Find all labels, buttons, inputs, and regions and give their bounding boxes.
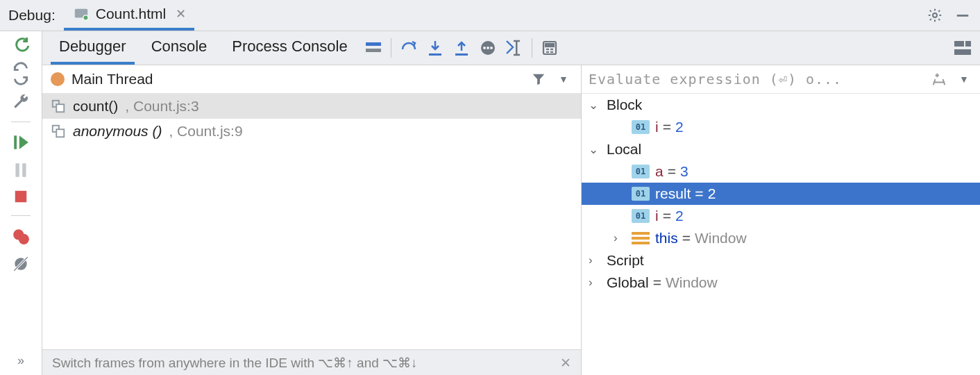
svg-point-18 <box>483 47 486 49</box>
tab-debugger[interactable]: Debugger <box>51 31 135 65</box>
window-header: Debug: Count.html ✕ <box>0 0 980 31</box>
chevron-icon: › <box>589 253 602 267</box>
breakpoints-icon[interactable] <box>12 227 30 245</box>
var-value: 2 <box>708 185 716 202</box>
svg-rect-3 <box>957 15 969 17</box>
chevron-icon: › <box>589 276 602 290</box>
number-badge-icon: 01 <box>632 187 650 201</box>
chevron-down-icon[interactable]: ▼ <box>955 70 973 88</box>
svg-rect-13 <box>366 42 381 46</box>
filter-icon[interactable] <box>530 70 548 88</box>
wrench-icon[interactable] <box>12 92 30 110</box>
step-out-icon[interactable] <box>453 39 471 57</box>
frame-icon <box>51 124 66 139</box>
number-badge-icon: 01 <box>632 120 650 134</box>
var-value: 3 <box>680 163 688 180</box>
threads-icon[interactable] <box>364 39 382 57</box>
stop-icon[interactable] <box>13 189 28 204</box>
scope-node[interactable]: ›Global=Window <box>582 272 980 294</box>
step-into-icon[interactable] <box>426 39 444 57</box>
scope-value: Window <box>666 274 718 291</box>
scope-name: Local <box>607 141 641 158</box>
var-value: 2 <box>675 208 684 224</box>
scope-name: Block <box>607 97 642 113</box>
close-icon[interactable]: ✕ <box>176 6 186 22</box>
evaluate-input[interactable]: Evaluate expression (⏎) o... <box>589 71 923 88</box>
thread-status-icon <box>51 72 65 86</box>
svg-point-19 <box>487 47 489 49</box>
more-icon[interactable]: » <box>17 353 24 368</box>
frames-panel: Main Thread ▼ count(), Count.js:3anonymo… <box>42 65 582 375</box>
svg-rect-34 <box>56 129 64 137</box>
debug-label: Debug: <box>0 7 64 24</box>
svg-rect-23 <box>546 44 554 47</box>
scope-node[interactable]: ⌄Local <box>582 138 980 160</box>
scope-name: Script <box>607 252 644 269</box>
resume-icon[interactable] <box>12 133 30 151</box>
object-icon <box>632 231 650 245</box>
html-file-icon <box>72 5 90 23</box>
svg-rect-4 <box>14 135 17 149</box>
variable-node[interactable]: 01i=2 <box>582 116 980 138</box>
tab-process-console[interactable]: Process Console <box>223 31 355 65</box>
run-to-cursor-icon[interactable] <box>505 39 523 57</box>
svg-rect-32 <box>56 104 64 112</box>
hint-text: Switch frames from anywhere in the IDE w… <box>52 355 418 371</box>
scope-name: Global <box>607 274 649 291</box>
number-badge-icon: 01 <box>632 209 650 223</box>
svg-rect-15 <box>429 53 441 56</box>
hint-bar: Switch frames from anywhere in the IDE w… <box>42 349 581 375</box>
view-breakpoints-icon[interactable] <box>479 39 497 57</box>
frame-icon <box>51 99 66 114</box>
scope-node[interactable]: ›Script <box>582 249 980 272</box>
minimize-icon[interactable] <box>954 6 972 24</box>
stack-frame[interactable]: count(), Count.js:3 <box>42 94 581 119</box>
variable-node[interactable]: 01i=2 <box>582 205 980 227</box>
file-tab-title: Count.html <box>96 6 167 22</box>
var-name: result <box>655 185 691 202</box>
frame-location: , Count.js:9 <box>169 123 242 140</box>
layout-icon[interactable] <box>954 39 972 57</box>
variable-node[interactable]: 01result=2 <box>582 183 980 205</box>
variable-node[interactable]: ›this=Window <box>582 227 980 249</box>
svg-point-9 <box>19 234 29 244</box>
variable-node[interactable]: 01a=3 <box>582 160 980 183</box>
debug-toolbar: Debugger Console Process Console <box>42 31 980 65</box>
refresh-icon[interactable] <box>12 65 30 83</box>
rerun-icon[interactable] <box>12 37 30 55</box>
scope-node[interactable]: ⌄Block <box>582 94 980 116</box>
svg-rect-7 <box>15 191 27 203</box>
thread-name: Main Thread <box>71 71 153 88</box>
pause-icon[interactable] <box>12 161 30 179</box>
step-over-icon[interactable] <box>400 39 418 57</box>
svg-rect-5 <box>15 163 19 177</box>
file-tab[interactable]: Count.html ✕ <box>64 0 195 31</box>
svg-point-20 <box>490 47 493 49</box>
gear-icon[interactable] <box>926 6 944 24</box>
svg-point-1 <box>83 15 87 20</box>
var-value: Window <box>695 230 747 247</box>
var-value: 2 <box>675 119 684 135</box>
svg-rect-14 <box>366 49 381 52</box>
debug-gutter: » <box>0 31 42 375</box>
var-name: this <box>655 230 678 247</box>
frame-function: count() <box>73 98 118 115</box>
chevron-down-icon[interactable]: ▼ <box>555 70 573 88</box>
close-hint-icon[interactable]: ✕ <box>560 355 571 371</box>
svg-rect-6 <box>22 163 26 177</box>
svg-rect-30 <box>954 49 971 55</box>
svg-rect-29 <box>965 41 971 47</box>
svg-point-2 <box>933 13 937 17</box>
mute-breakpoints-icon[interactable] <box>12 255 30 273</box>
var-name: a <box>655 163 664 180</box>
frame-function: anonymous () <box>73 123 162 140</box>
svg-rect-28 <box>954 41 964 47</box>
variables-panel: Evaluate expression (⏎) o... ▼ ⌄Block01i… <box>582 65 980 375</box>
tab-console[interactable]: Console <box>143 31 216 65</box>
stack-frame[interactable]: anonymous (), Count.js:9 <box>42 119 581 144</box>
chevron-icon: ⌄ <box>589 98 602 112</box>
add-watch-icon[interactable] <box>930 70 948 88</box>
number-badge-icon: 01 <box>632 165 650 178</box>
chevron-icon: ⌄ <box>589 142 602 157</box>
evaluate-icon[interactable] <box>541 39 559 57</box>
